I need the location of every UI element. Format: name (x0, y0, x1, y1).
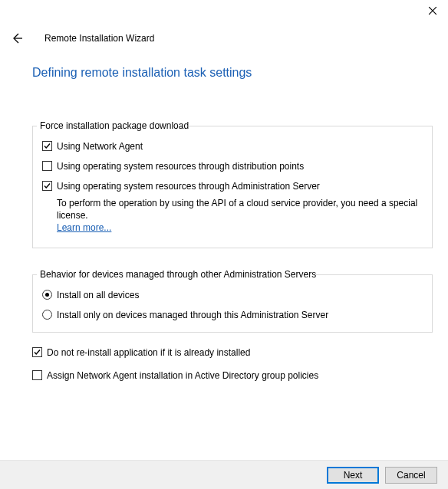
footer-bar: Next Cancel (0, 460, 448, 489)
close-icon[interactable] (428, 6, 437, 17)
cloud-api-hint: To perform the operation by using the AP… (57, 198, 417, 221)
radio-install-all[interactable] (42, 290, 52, 300)
label-do-not-reinstall[interactable]: Do not re-install application if it is a… (47, 346, 250, 359)
back-icon[interactable] (11, 32, 23, 44)
page-title: Defining remote installation task settin… (32, 66, 252, 80)
checkbox-admin-server[interactable] (42, 181, 52, 191)
wizard-title: Remote Installation Wizard (44, 33, 154, 44)
cancel-button[interactable]: Cancel (385, 467, 437, 484)
label-install-all[interactable]: Install on all devices (57, 289, 139, 301)
force-download-legend: Force installation package download (37, 120, 189, 133)
checkbox-assign-ad-policy[interactable] (32, 370, 42, 380)
label-assign-ad-policy[interactable]: Assign Network Agent installation in Act… (47, 369, 318, 382)
learn-more-link[interactable]: Learn more... (57, 222, 111, 233)
label-distribution-points[interactable]: Using operating system resources through… (57, 160, 304, 172)
behavior-group: Behavior for devices managed through oth… (32, 262, 433, 333)
label-install-managed-only[interactable]: Install only on devices managed through … (57, 309, 328, 321)
radio-install-managed-only[interactable] (42, 310, 52, 320)
behavior-legend: Behavior for devices managed through oth… (37, 269, 316, 281)
checkbox-do-not-reinstall[interactable] (32, 347, 42, 357)
label-admin-server[interactable]: Using operating system resources through… (57, 180, 320, 192)
next-button[interactable]: Next (327, 467, 379, 484)
checkbox-network-agent[interactable] (42, 141, 52, 151)
force-download-group: Force installation package download Usin… (32, 113, 433, 248)
checkbox-distribution-points[interactable] (42, 161, 52, 171)
label-network-agent[interactable]: Using Network Agent (57, 140, 143, 153)
